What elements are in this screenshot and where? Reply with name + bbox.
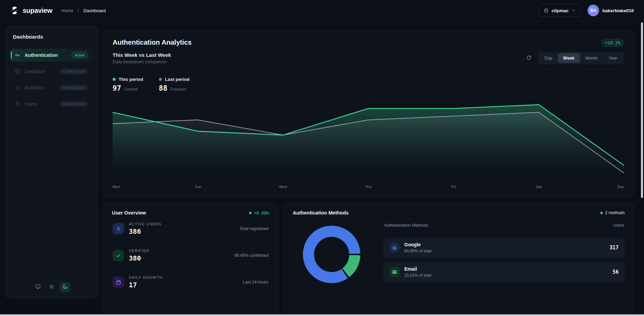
legend-value: 97 — [113, 84, 121, 92]
monitor-icon — [35, 284, 41, 291]
chevron-right-icon — [76, 8, 80, 13]
donut-chart-wrap — [293, 220, 371, 283]
sidebar: Dashboards Authentication Active Databas… — [5, 25, 98, 299]
coming-soon-badge: Coming Soon — [59, 85, 88, 91]
x-axis-label: Mon — [113, 185, 120, 189]
table-row-google[interactable]: G Google 84.99% of total 317 — [383, 238, 625, 258]
main-content: Authentication Analytics +10.2% This Wee… — [103, 31, 634, 316]
sidebar-item-label: Database — [25, 69, 45, 74]
stat-row-verified: VERIFIED 380 98.45% confirmed — [112, 242, 269, 269]
sidebar-item-analytics[interactable]: Analytics Coming Soon — [10, 81, 93, 94]
donut-chart — [303, 226, 360, 283]
database-icon — [15, 68, 21, 74]
breadcrumb: Home Dashboard — [61, 8, 106, 13]
x-axis-labels: Mon Tue Wed Thu Fri Sat Sun — [113, 185, 624, 190]
chart-subtitle-block: This Week vs Last Week Daily breakdown c… — [113, 52, 171, 64]
calendar-icon — [113, 276, 124, 288]
sidebar-item-database[interactable]: Database Coming Soon — [10, 65, 93, 78]
topbar: supaview Home Dashboard clipmac BA baker… — [0, 0, 644, 21]
overview-change: +8.08% — [249, 210, 269, 216]
change-badge: +10.2% — [601, 39, 624, 47]
status-dot — [600, 212, 603, 214]
key-icon — [15, 52, 21, 58]
sidebar-heading: Dashboards — [13, 34, 90, 40]
x-axis-label: Sat — [536, 185, 542, 189]
stat-label: ACTIVE USERS — [129, 222, 161, 226]
methods-table: Authentication Methods Users G Google 84… — [383, 220, 625, 286]
card-title: Authentication Methods — [293, 210, 349, 216]
sun-icon — [49, 284, 54, 291]
methods-count-label: 2 methods — [605, 210, 625, 215]
light-theme-button[interactable] — [46, 282, 56, 292]
coming-soon-badge: Coming Soon — [59, 68, 88, 74]
analytics-card: Authentication Analytics +10.2% This Wee… — [103, 31, 634, 197]
tab-day[interactable]: Day — [539, 53, 558, 63]
stat-label: DAILY GROWTH — [129, 275, 163, 279]
horizontal-scrollbar[interactable] — [0, 314, 644, 316]
x-axis-label: Sun — [617, 185, 624, 189]
chart-area: Mon Tue Wed Thu Fri Sat Sun — [113, 98, 624, 190]
user-overview-card: User Overview +8.08% ACTIVE USERS 386 To… — [103, 202, 278, 316]
tab-month[interactable]: Month — [580, 53, 603, 63]
theme-toggle — [5, 282, 97, 292]
x-axis-label: Tue — [194, 185, 201, 189]
stat-row-active-users: ACTIVE USERS 386 Total registered — [112, 216, 269, 242]
tab-year[interactable]: Year — [603, 53, 623, 63]
refresh-button[interactable] — [526, 55, 532, 62]
column-header-users: Users — [613, 223, 624, 228]
user-menu[interactable]: BA bakerblake010 — [588, 5, 634, 16]
methods-count: 2 methods — [600, 210, 625, 215]
active-badge: Active — [71, 52, 88, 59]
stat-label: VERIFIED — [129, 249, 149, 253]
refresh-icon — [526, 55, 532, 62]
brand: supaview — [10, 6, 52, 15]
column-header-method: Authentication Methods — [384, 223, 428, 228]
method-share: 84.99% of total — [404, 249, 431, 253]
check-icon — [113, 250, 124, 261]
card-title: Authentication Analytics — [113, 39, 192, 46]
legend-caption: Current — [124, 87, 138, 92]
trend-chart — [113, 98, 624, 181]
stat-note: Last 24 hours — [243, 280, 268, 285]
system-theme-button[interactable] — [33, 282, 43, 292]
legend-value: 88 — [159, 84, 167, 92]
x-axis-label: Thu — [365, 185, 372, 189]
legend-last-period: Last period 88 Previous — [159, 77, 190, 92]
x-axis-label: Fri — [451, 185, 456, 189]
method-name: Google — [404, 242, 431, 247]
legend-label: This period — [119, 77, 143, 82]
topbar-right: clipmac BA bakerblake010 — [539, 4, 634, 17]
vertical-scrollbar[interactable] — [641, 22, 643, 198]
donut-hole — [314, 237, 349, 272]
range-tabs: Day Week Month Year — [538, 52, 624, 64]
dark-theme-button[interactable] — [60, 282, 70, 292]
sidebar-item-users[interactable]: Users Coming Soon — [10, 97, 93, 110]
legend-dot — [159, 78, 162, 81]
supaview-logo-icon — [10, 6, 19, 15]
stat-value: 386 — [129, 227, 161, 235]
auth-methods-card: Authentication Methods 2 methods Authent… — [284, 202, 634, 316]
legend-caption: Previous — [170, 87, 186, 92]
chart-subtitle: This Week vs Last Week — [113, 52, 171, 58]
table-row-email[interactable]: Email 15.01% of total 56 — [383, 262, 625, 282]
database-icon — [544, 8, 549, 13]
status-dot — [249, 212, 252, 214]
coming-soon-badge: Coming Soon — [59, 101, 88, 107]
stat-note: Total registered — [240, 226, 268, 231]
legend-this-period: This period 97 Current — [113, 77, 143, 92]
sidebar-nav: Authentication Active Database Coming So… — [10, 49, 93, 110]
brand-name: supaview — [23, 7, 52, 15]
project-name: clipmac — [552, 8, 569, 13]
chart-legend: This period 97 Current Last period 88 Pr… — [113, 77, 624, 92]
method-name: Email — [404, 266, 431, 272]
legend-label: Last period — [165, 77, 190, 82]
sidebar-item-authentication[interactable]: Authentication Active — [10, 49, 93, 62]
project-selector-button[interactable]: clipmac — [539, 4, 581, 17]
breadcrumb-home[interactable]: Home — [61, 8, 73, 13]
legend-dot — [113, 78, 116, 81]
tab-week[interactable]: Week — [558, 53, 580, 63]
sidebar-item-label: Analytics — [25, 85, 44, 90]
chevron-right-icon — [572, 8, 576, 13]
divider — [113, 70, 624, 70]
x-axis-label: Wed — [279, 185, 287, 189]
